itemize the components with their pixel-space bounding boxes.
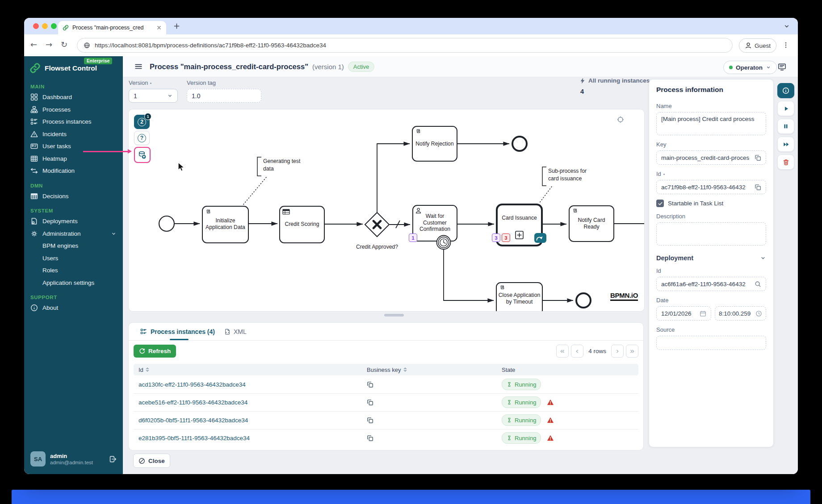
suspend-button[interactable] <box>777 119 794 134</box>
bpmn-canvas[interactable]: Initialize Application Data Credit Scori… <box>128 109 645 312</box>
sidebar-item-process-instances[interactable]: Process instances <box>24 116 123 128</box>
date-field[interactable]: 12/01/2026 <box>656 306 711 321</box>
sidebar-item-users[interactable]: Users <box>24 252 123 265</box>
browser-tab[interactable]: Process "main-process_cred <box>58 21 166 34</box>
key-field[interactable]: main-process_credit-card-proces <box>656 150 766 165</box>
delete-button[interactable] <box>777 154 794 170</box>
hourglass-icon <box>507 435 512 441</box>
task-label-initialize[interactable]: Initialize Application Data <box>203 211 248 237</box>
user-email: admin@admin.test <box>50 460 105 465</box>
engine-screen-icon[interactable] <box>778 62 786 71</box>
sidebar-item-about[interactable]: About <box>24 302 123 314</box>
copy-business-key-icon[interactable] <box>367 417 373 424</box>
first-page-button[interactable] <box>556 345 569 358</box>
id-field[interactable]: ac71f9b8-eff2-11f0-9563-46432 <box>656 180 766 194</box>
info-tab-button[interactable] <box>777 83 794 98</box>
sidebar-item-decisions[interactable]: Decisions <box>24 190 123 203</box>
forward-button[interactable]: → <box>46 40 52 49</box>
sidebar-item-bpm-engines[interactable]: BPM engines <box>24 240 123 252</box>
name-field[interactable]: [Main process] Credit card process <box>656 112 766 135</box>
sidebar-item-dashboard[interactable]: Dashboard <box>24 91 123 104</box>
badge-card-incident-count[interactable]: 3 <box>502 233 510 242</box>
panel-title: Process information <box>656 86 766 94</box>
site-info-globe-icon[interactable] <box>84 42 90 49</box>
calendar-icon <box>700 310 706 317</box>
window-close-button[interactable] <box>33 23 39 29</box>
task-label-notify-card-ready[interactable]: Notify Card Ready <box>570 216 613 231</box>
migrate-button[interactable] <box>777 137 794 152</box>
next-page-button[interactable] <box>611 345 624 358</box>
logout-icon[interactable] <box>109 455 117 463</box>
window-zoom-button[interactable] <box>51 23 57 29</box>
column-id[interactable]: Id <box>134 367 362 373</box>
tab-process-instances[interactable]: Process instances (4) <box>140 323 215 340</box>
window-minimize-button[interactable] <box>42 23 48 29</box>
prev-page-button[interactable] <box>571 345 583 358</box>
profile-person-icon <box>745 42 752 49</box>
version-tag-input[interactable]: 1.0 <box>187 89 261 103</box>
start-instance-button[interactable] <box>777 101 794 116</box>
sidebar-item-deployments[interactable]: Deployments <box>24 215 123 228</box>
source-field[interactable] <box>656 336 766 350</box>
refresh-button[interactable]: Refresh <box>134 345 176 358</box>
back-button[interactable]: ← <box>30 40 37 49</box>
toggle-instance-overlays-button[interactable]: 2 1 <box>134 115 150 129</box>
tab-close-icon[interactable] <box>156 25 162 30</box>
task-label-wait-confirmation[interactable]: Wait for Customer Confirmation <box>415 210 455 235</box>
sidebar-item-application-settings[interactable]: Application settings <box>24 277 123 289</box>
engine-selector[interactable]: Operaton <box>723 61 777 74</box>
description-field[interactable] <box>656 222 766 246</box>
collapse-sidebar-burger-icon[interactable] <box>134 62 143 71</box>
engine-status-dot <box>729 66 733 69</box>
sidebar-item-heatmap[interactable]: Heatmap <box>24 153 123 165</box>
time-field[interactable]: 8:10:00.259 <box>715 306 766 321</box>
table-row[interactable]: e281b395-0bf5-11f1-9563-46432badce34 Run… <box>134 429 638 447</box>
tab-xml[interactable]: XML <box>224 323 247 340</box>
nav-section-dmn: DMN <box>24 181 123 190</box>
browser-menu-icon[interactable] <box>782 42 789 49</box>
task-label-credit-scoring[interactable]: Credit Scoring <box>281 220 323 228</box>
version-select[interactable]: 1 <box>129 89 178 103</box>
table-row[interactable]: acd130fc-eff2-11f0-9563-46432badce34 Run… <box>134 375 638 394</box>
sidebar-item-roles[interactable]: Roles <box>24 264 123 277</box>
startable-checkbox-row[interactable]: Startable in Task List <box>656 200 766 207</box>
deployment-id-field[interactable]: ac6f61a6-eff2-11f0-9563-46432 <box>656 277 766 291</box>
copy-business-key-icon[interactable] <box>367 399 373 406</box>
app-brand[interactable]: Flowset Control <box>29 62 97 74</box>
checkbox-checked[interactable] <box>656 200 664 207</box>
diagram-help-button[interactable]: ? <box>134 131 150 145</box>
task-label-close-application[interactable]: Close Application by Timeout <box>497 287 541 310</box>
search-icon[interactable] <box>755 281 761 287</box>
table-row[interactable]: d6f0205b-0bf5-11f1-9563-46432badce34 Run… <box>134 411 638 429</box>
badge-card-active-count[interactable]: 3 <box>492 233 500 242</box>
badge-wait-active-count[interactable]: 1 <box>409 233 417 242</box>
bpmn-io-logo[interactable]: BPMN.iO <box>610 292 638 300</box>
generate-test-data-button[interactable] <box>134 147 151 163</box>
task-label-notify-rejection[interactable]: Notify Rejection <box>413 140 456 148</box>
tab-list-chevron-icon[interactable] <box>784 23 790 29</box>
instance-id-link[interactable]: d6f0205b-0bf5-11f1-9563-46432badce34 <box>134 417 362 424</box>
column-business-key[interactable]: Business key <box>362 367 497 373</box>
panel-resize-handle[interactable] <box>384 314 404 317</box>
subprocess-label-card-issuance[interactable]: Card Issuance <box>499 214 540 222</box>
close-button[interactable]: Close <box>133 454 170 468</box>
instance-id-link[interactable]: acebe516-eff2-11f0-9563-46432badce34 <box>134 399 362 406</box>
copy-icon[interactable] <box>755 184 761 191</box>
instance-id-link[interactable]: acd130fc-eff2-11f0-9563-46432badce34 <box>134 381 362 388</box>
sidebar-item-modification[interactable]: Modification <box>24 165 123 177</box>
last-page-button[interactable] <box>626 345 638 358</box>
copy-business-key-icon[interactable] <box>367 435 373 442</box>
address-bar[interactable]: https://localhost:8081/bpm/process-defin… <box>77 38 733 53</box>
instance-id-link[interactable]: e281b395-0bf5-11f1-9563-46432badce34 <box>134 435 362 442</box>
user-card[interactable]: SA admin admin@admin.test <box>28 448 119 470</box>
sidebar-item-processes[interactable]: Processes <box>24 104 123 116</box>
deployment-section-header[interactable]: Deployment <box>656 254 766 262</box>
sidebar-item-incidents[interactable]: Incidents <box>24 128 123 141</box>
new-tab-button[interactable] <box>173 23 180 29</box>
copy-business-key-icon[interactable] <box>367 381 373 388</box>
table-row[interactable]: acebe516-eff2-11f0-9563-46432badce34 Run… <box>134 393 638 412</box>
copy-icon[interactable] <box>755 154 761 161</box>
profile-button[interactable]: Guest <box>739 38 776 53</box>
reload-button[interactable]: ↻ <box>61 40 67 49</box>
sidebar-item-administration[interactable]: Administration <box>24 228 123 240</box>
